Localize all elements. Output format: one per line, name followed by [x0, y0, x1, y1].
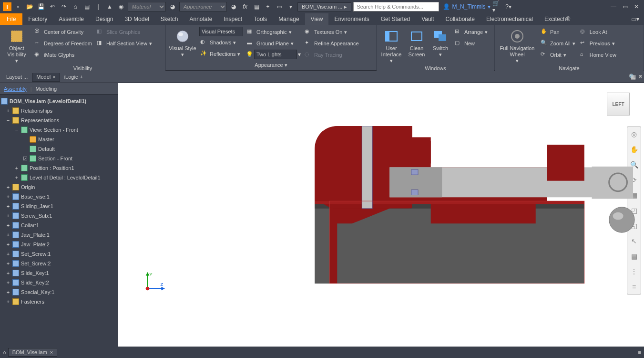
user-account[interactable]: 👤M_N_Timmis▾	[443, 3, 490, 10]
look-at-button[interactable]: ◎Look At	[579, 27, 617, 37]
visual-presets-input[interactable]	[199, 27, 243, 36]
object-visibility-button[interactable]: Object Visibility▾	[3, 27, 31, 64]
tab-excitech[interactable]: Excitech®	[539, 13, 576, 25]
dof-button[interactable]: ↔Degrees of Freedom	[33, 38, 93, 49]
active-file-tab[interactable]: BOM_Vise.iam ...▸	[297, 2, 351, 11]
tree-part[interactable]: +Set_Screw:2	[1, 259, 117, 268]
tab-factory[interactable]: Factory	[22, 13, 53, 25]
grid-icon[interactable]: ▦	[252, 2, 261, 11]
doc-home-icon[interactable]: ⌂	[3, 349, 6, 355]
file-menu[interactable]: File	[0, 13, 22, 25]
textures-button[interactable]: ◉Textures On▾	[304, 27, 360, 37]
add-panel-icon[interactable]: +	[80, 74, 82, 80]
clean-screen-button[interactable]: Clean Screen	[406, 27, 427, 58]
cart-icon[interactable]: 🛒▾	[492, 2, 502, 11]
refine-button[interactable]: ✦Refine Appearance	[304, 38, 360, 49]
ground-plane-button[interactable]: ▬Ground Plane▾	[246, 38, 301, 49]
pan-button[interactable]: ✋Pan	[540, 27, 576, 37]
tree-part[interactable]: +Sliding_Jaw:1	[1, 201, 117, 211]
tree-part[interactable]: +Base_vise:1	[1, 192, 117, 201]
close-panel-icon[interactable]: ×	[52, 74, 55, 80]
tab-getstarted[interactable]: Get Started	[375, 13, 416, 25]
home-view-button[interactable]: ⌂Home View	[579, 50, 617, 60]
close-doc-icon[interactable]: ×	[50, 349, 53, 355]
fx-icon[interactable]: fx	[240, 2, 250, 11]
tab-sketch[interactable]: Sketch	[155, 13, 184, 25]
new-icon[interactable]: ▫	[13, 2, 23, 11]
browser-tab-modeling[interactable]: Modeling	[32, 84, 61, 93]
tree-lod[interactable]: +Level of Detail : LevelofDetail1	[1, 173, 117, 182]
tree-part[interactable]: +Jaw_Plate:1	[1, 230, 117, 240]
browser-tree[interactable]: BOM_Vise.iam (LevelofDetail1) +Relations…	[0, 95, 118, 347]
tree-part[interactable]: +Screw_Sub:1	[1, 211, 117, 221]
search-input[interactable]	[353, 2, 439, 11]
minimize-icon[interactable]: —	[609, 2, 618, 11]
tree-part[interactable]: +Collar:1	[1, 221, 117, 230]
raytracing-button[interactable]: ◌Ray Tracing	[304, 50, 360, 60]
plus-icon[interactable]: +	[263, 2, 273, 11]
shadows-button[interactable]: ◐Shadows▾	[199, 37, 243, 48]
graphics-viewport[interactable]: LEFT ◎ ✋ 🔍 ⟳ ▦ ◰ ◱ ↖ ▤ ⋮ ≡ Y Z	[118, 83, 644, 347]
zoom-all-button[interactable]: 🔍Zoom All▾	[540, 38, 576, 49]
browser-tab-assembly[interactable]: Assembly	[0, 84, 31, 93]
imate-button[interactable]: ◉iMate Glyphs	[33, 50, 93, 60]
view-cube[interactable]: LEFT	[607, 93, 630, 116]
close-icon[interactable]: ✕	[632, 2, 641, 11]
tab-assemble[interactable]: Assemble	[53, 13, 90, 25]
tree-position[interactable]: +Position : Position1	[1, 163, 117, 173]
doc-list-icon[interactable]: ≡	[638, 349, 641, 355]
visual-style-button[interactable]: Visual Style▾	[169, 27, 196, 58]
drop-icon[interactable]: ▾	[286, 2, 296, 11]
panel-tab-ilogic[interactable]: iLogic+	[60, 72, 87, 82]
select-icon[interactable]: ▤	[82, 2, 92, 11]
tree-origin[interactable]: +Origin	[1, 182, 117, 192]
tree-fasteners[interactable]: +Fasteners	[1, 297, 117, 306]
pattern-icon[interactable]: ◉	[116, 2, 126, 11]
previous-button[interactable]: ↩Previous▾	[579, 38, 617, 49]
orbit-button[interactable]: ⟳Orbit▾	[540, 50, 576, 60]
help-icon[interactable]: ?▾	[504, 2, 513, 11]
tab-manage[interactable]: Manage	[273, 13, 305, 25]
appearance-dropdown[interactable]: Appearance	[179, 2, 227, 11]
tree-representations[interactable]: −Representations	[1, 116, 117, 125]
viewport-close-icon[interactable]: ×	[639, 74, 642, 80]
half-section-button[interactable]: ◨Half Section View▾	[96, 38, 153, 49]
tab-annotate[interactable]: Annotate	[184, 13, 218, 25]
arrange-button[interactable]: ⊞Arrange▾	[454, 27, 489, 37]
file-dropdown-icon[interactable]: ▸	[344, 4, 347, 10]
tree-relationships[interactable]: +Relationships	[1, 106, 117, 116]
undo-icon[interactable]: ↶	[48, 2, 57, 11]
tab-inspect[interactable]: Inspect	[218, 13, 248, 25]
tree-part[interactable]: +Slide_Key:2	[1, 278, 117, 287]
tree-master[interactable]: Master	[1, 135, 117, 144]
panel-tab-model[interactable]: Model×	[32, 72, 60, 82]
full-nav-wheel-button[interactable]: Full Navigation Wheel▾	[498, 27, 537, 64]
slice-button[interactable]: ◧Slice Graphics	[96, 27, 153, 37]
panel-tab-layout[interactable]: Layout ...	[2, 72, 32, 82]
tab-tools[interactable]: Tools	[248, 13, 273, 25]
tab-vault[interactable]: Vault	[416, 13, 440, 25]
material-dropdown[interactable]: Material	[128, 2, 166, 11]
tree-part[interactable]: +Jaw_Plate:2	[1, 240, 117, 249]
new-window-button[interactable]: ▢New	[454, 38, 489, 49]
tree-part[interactable]: +Set_Screw:1	[1, 249, 117, 259]
tree-part[interactable]: +Slide_Key:1	[1, 268, 117, 278]
ui-button[interactable]: User Interface▾	[379, 27, 403, 64]
tab-collaborate[interactable]: Collaborate	[440, 13, 480, 25]
tree-section-front[interactable]: ☑Section - Front	[1, 154, 117, 163]
viewport-layout-icon[interactable]: ▦	[631, 74, 636, 80]
tree-default[interactable]: Default	[1, 144, 117, 154]
tab-3dmodel[interactable]: 3D Model	[119, 13, 154, 25]
tree-root[interactable]: BOM_Vise.iam (LevelofDetail1)	[1, 96, 117, 106]
cog-button[interactable]: ⦿Center of Gravity	[33, 27, 93, 37]
up-icon[interactable]: ▲	[105, 2, 114, 11]
tab-environments[interactable]: Environments	[328, 13, 375, 25]
home-icon[interactable]: ⌂	[71, 2, 80, 11]
tree-view-rep[interactable]: −View: Section - Front	[1, 125, 117, 135]
tab-view[interactable]: View	[305, 13, 329, 25]
tab-design[interactable]: Design	[90, 13, 119, 25]
vr-icon[interactable]: ▭▾	[626, 16, 644, 22]
save-icon[interactable]: 💾	[36, 2, 46, 11]
redo-icon[interactable]: ↷	[59, 2, 69, 11]
reflections-button[interactable]: ✨Reflections▾	[199, 49, 243, 59]
